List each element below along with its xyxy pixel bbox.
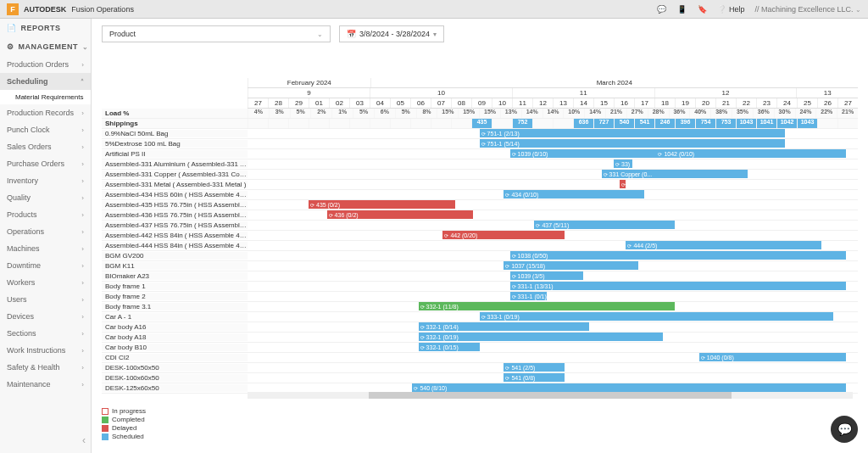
replay-icon: ⟳ <box>701 355 705 361</box>
row-label: Assembled-437 HSS 76.75in ( HSS Assemble… <box>102 221 248 229</box>
gantt-bar[interactable]: ⟳437 (5/11) <box>534 221 675 229</box>
calendar-weeks: 910111213 <box>248 88 858 98</box>
replay-icon: ⟳ <box>444 232 448 238</box>
chat-icon[interactable]: 💬 <box>656 4 666 14</box>
gantt-row: Assembled-436 HSS 76.75in ( HSS Assemble… <box>102 210 858 221</box>
product-select[interactable]: Product ⌄ <box>102 25 331 42</box>
sidebar-item-material-requirements[interactable]: Material Requirements <box>0 90 91 104</box>
sidebar-item-sales-orders[interactable]: Sales Orders› <box>0 138 91 155</box>
gantt-bar[interactable]: ⟳332-1 (0/19) <box>419 333 663 341</box>
scrollbar-thumb[interactable] <box>369 392 732 399</box>
bookmark-icon[interactable]: 🔖 <box>697 4 707 14</box>
legend-completed: Completed <box>102 416 146 423</box>
gantt-bar[interactable]: ⟳331-1 (13/31) <box>510 282 846 290</box>
gantt-bar[interactable]: ⟳331-1 (0/1) <box>510 292 547 300</box>
sidebar-item-quality[interactable]: Quality› <box>0 189 91 206</box>
gantt-row: Assembled-435 HSS 76.75in ( HSS Assemble… <box>102 200 858 210</box>
help-link[interactable]: ❔ Help <box>717 5 744 14</box>
gantt-bar[interactable]: ⟳1039 (3/5) <box>510 271 583 280</box>
legend-delayed: Delayed <box>102 424 146 432</box>
user-company[interactable]: // Machining Excellence LLC. ⌄ <box>754 5 861 14</box>
gantt-bar[interactable]: ⟳751-1 (5/14) <box>480 139 785 148</box>
gantt-bar[interactable]: ⟳332-1 (11/8) <box>419 302 675 310</box>
gantt-bar[interactable]: ⟳436 (0/2) <box>327 210 474 219</box>
calendar-days: 2728290102030405060708091011121314151617… <box>248 98 858 109</box>
date-range-picker[interactable]: 📅 3/8/2024 - 3/28/2024 ▾ <box>339 25 444 42</box>
sidebar-head-management[interactable]: ⚙MANAGEMENT⌄ <box>0 37 91 56</box>
gantt-bar[interactable]: ⟳ <box>620 180 626 188</box>
logo-icon: F <box>7 3 19 15</box>
gantt-bar[interactable]: ⟳751-1 (2/13) <box>480 129 785 137</box>
legend-scheduled: Scheduled <box>102 433 146 440</box>
sidebar-head-reports[interactable]: 📄REPORTS <box>0 19 91 37</box>
replay-icon: ⟳ <box>505 365 509 371</box>
gantt-row: 0.9%NaCl 50mL Bag⟳751-1 (2/13) <box>102 129 858 139</box>
gantt-bar[interactable]: ⟳1037 (15/18) <box>504 261 637 270</box>
sidebar-item-machines[interactable]: Machines› <box>0 240 91 257</box>
gantt-bar[interactable]: ⟳332-1 (0/14) <box>419 322 590 331</box>
gantt-bar[interactable]: ⟳444 (2/5) <box>626 241 821 249</box>
sidebar-item-production-records[interactable]: Production Records› <box>0 104 91 121</box>
sidebar-item-operations[interactable]: Operations› <box>0 223 91 240</box>
topbar-left: F AUTODESK Fusion Operations <box>7 3 134 15</box>
gantt-bar[interactable]: ⟳540 (8/10) <box>412 383 845 392</box>
sidebar: 📄REPORTS ⚙MANAGEMENT⌄ Production Orders›… <box>0 19 92 453</box>
mobile-icon[interactable]: 📱 <box>676 4 687 14</box>
row-label: Assembled-331 Copper ( Assembled-331 Cop… <box>102 171 248 178</box>
gantt-bar[interactable]: ⟳435 (0/2) <box>309 200 455 209</box>
gantt-row: Body frame 1⟳331-1 (13/31) <box>102 282 858 292</box>
sidebar-item-sections[interactable]: Sections› <box>0 325 91 342</box>
chat-bubble-icon: 💬 <box>837 422 852 436</box>
gantt-bar[interactable]: ⟳1040 (0/8) <box>699 353 846 361</box>
sidebar-item-users[interactable]: Users› <box>0 291 91 308</box>
legend: In progress Completed Delayed Scheduled <box>102 407 146 441</box>
sidebar-item-purchase-orders[interactable]: Purchase Orders› <box>0 155 91 172</box>
row-label: DESK-100x60x50 <box>102 374 248 382</box>
gantt-bar[interactable]: ⟳333-1 (0/19) <box>480 312 834 321</box>
gantt-row: Car body A16⟳332-1 (0/14) <box>102 322 858 333</box>
gantt-bar[interactable]: ⟳541 (0/8) <box>504 373 565 382</box>
replay-icon: ⟳ <box>536 222 540 228</box>
sidebar-item-safety-&-health[interactable]: Safety & Health› <box>0 359 91 376</box>
sidebar-item-inventory[interactable]: Inventory› <box>0 172 91 189</box>
chat-widget[interactable]: 💬 <box>831 416 858 443</box>
gantt-bar[interactable]: ⟳1038 (0/50) <box>510 251 846 260</box>
sidebar-item-workers[interactable]: Workers› <box>0 274 91 291</box>
row-label: Assembled-444 HSS 84in ( HSS Assemble 44… <box>102 242 248 249</box>
row-label: Body frame 1 <box>102 282 248 290</box>
replay-icon: ⟳ <box>420 324 425 330</box>
replay-icon: ⟳ <box>310 202 314 208</box>
sidebar-item-downtime[interactable]: Downtime› <box>0 257 91 274</box>
sidebar-item-maintenance[interactable]: Maintenance› <box>0 376 91 393</box>
gantt-bar[interactable]: ⟳33) <box>614 159 632 168</box>
row-label: Car body B10 <box>102 344 248 351</box>
gantt-bar[interactable]: ⟳442 (0/20) <box>442 231 565 239</box>
gantt-bar[interactable]: ⟳331 Copper (0... <box>602 170 748 178</box>
row-label: Assembled-436 HSS 76.75in ( HSS Assemble… <box>102 211 248 219</box>
row-label: Assembled-434 HSS 60in ( HSS Assemble 43… <box>102 191 248 199</box>
replay-icon: ⟳ <box>512 151 516 157</box>
brand-name: AUTODESK <box>24 5 66 14</box>
sidebar-item-work-instructions[interactable]: Work Instructions› <box>0 342 91 359</box>
gantt-bar[interactable]: ⟳434 (0/10) <box>504 190 644 199</box>
row-label: Artificial PS II <box>102 150 248 158</box>
collapse-icon[interactable]: ‹ <box>82 434 86 446</box>
gantt-row: Assembled-444 HSS 84in ( HSS Assemble 44… <box>102 241 858 251</box>
gantt-row: BIOmaker A23⟳1039 (3/5) <box>102 271 858 282</box>
sidebar-item-scheduling[interactable]: Scheduling˄ <box>0 73 91 90</box>
sidebar-item-products[interactable]: Products› <box>0 206 91 223</box>
sidebar-item-punch-clock[interactable]: Punch Clock› <box>0 121 91 138</box>
gantt-bar[interactable]: ⟳541 (2/5) <box>504 363 565 372</box>
gantt-bar[interactable]: ⟳1042 (0/10) <box>656 149 766 158</box>
topbar: F AUTODESK Fusion Operations 💬 📱 🔖 ❔ Hel… <box>0 0 868 19</box>
gantt-row: BGM K11⟳1037 (15/18) <box>102 261 858 271</box>
row-label: BIOmaker A23 <box>102 272 248 280</box>
topbar-right: 💬 📱 🔖 ❔ Help // Machining Excellence LLC… <box>656 4 861 14</box>
sidebar-item-production-orders[interactable]: Production Orders› <box>0 56 91 73</box>
calendar-months: February 2024March 2024 <box>248 78 858 88</box>
horizontal-scrollbar[interactable] <box>248 392 853 399</box>
product-name: Fusion Operations <box>71 5 134 14</box>
gantt-row: Artificial PS II⟳1039 (0/10)⟳1042 (0/10) <box>102 149 858 159</box>
gantt-bar[interactable]: ⟳332-1 (0/15) <box>419 343 480 351</box>
sidebar-item-devices[interactable]: Devices› <box>0 308 91 325</box>
